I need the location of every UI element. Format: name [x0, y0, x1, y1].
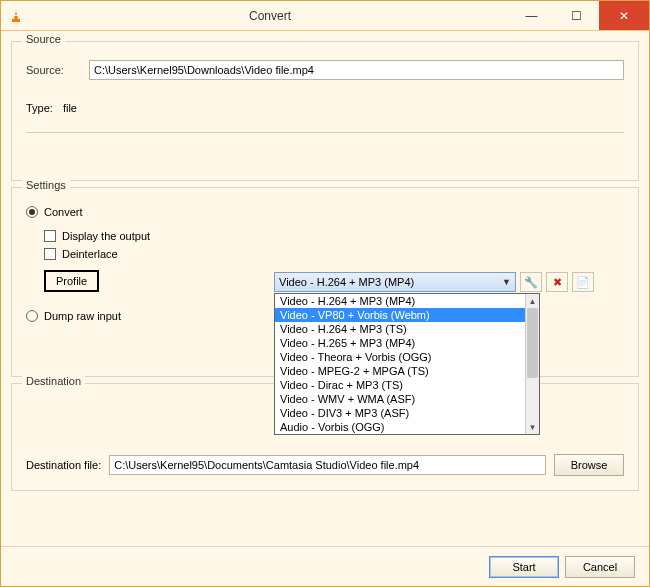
convert-dialog: Convert — ☐ ✕ Source Source: Type: file …: [0, 0, 650, 587]
convert-radio[interactable]: Convert: [26, 206, 624, 218]
profile-button[interactable]: Profile: [44, 270, 99, 292]
delete-icon: ✖: [553, 276, 562, 289]
dump-raw-label: Dump raw input: [44, 310, 121, 322]
type-value: file: [63, 102, 77, 114]
display-output-label: Display the output: [62, 230, 150, 242]
profile-option[interactable]: Video - H.265 + MP3 (MP4): [275, 336, 525, 350]
settings-group: Settings Convert Display the output Dein…: [11, 187, 639, 377]
checkbox-icon: [44, 230, 56, 242]
minimize-button[interactable]: —: [509, 1, 554, 30]
cancel-button[interactable]: Cancel: [565, 556, 635, 578]
destination-label: Destination file:: [26, 459, 101, 471]
source-group: Source Source: Type: file: [11, 41, 639, 181]
profile-combobox[interactable]: Video - H.264 + MP3 (MP4) ▼ Video - H.26…: [274, 272, 516, 292]
vlc-icon: [1, 8, 31, 24]
profile-option[interactable]: Video - H.264 + MP3 (TS): [275, 322, 525, 336]
profile-option[interactable]: Video - Theora + Vorbis (OGG): [275, 350, 525, 364]
profile-option[interactable]: Video - Dirac + MP3 (TS): [275, 378, 525, 392]
profile-option[interactable]: Audio - Vorbis (OGG): [275, 420, 525, 434]
svg-rect-1: [14, 11, 17, 12]
profile-option[interactable]: Video - H.264 + MP3 (MP4): [275, 294, 525, 308]
profile-selected-value: Video - H.264 + MP3 (MP4): [279, 276, 414, 288]
start-button[interactable]: Start: [489, 556, 559, 578]
profile-option[interactable]: Video - WMV + WMA (ASF): [275, 392, 525, 406]
dialog-footer: Start Cancel: [1, 546, 649, 586]
checkbox-icon: [44, 248, 56, 260]
convert-radio-label: Convert: [44, 206, 83, 218]
new-file-icon: 📄: [576, 276, 590, 289]
profile-dropdown-list: Video - H.264 + MP3 (MP4)Video - VP80 + …: [274, 293, 540, 435]
edit-profile-button[interactable]: 🔧: [520, 272, 542, 292]
scroll-up-icon[interactable]: ▲: [526, 294, 539, 308]
display-output-checkbox[interactable]: Display the output: [44, 230, 624, 242]
svg-rect-2: [14, 14, 19, 15]
delete-profile-button[interactable]: ✖: [546, 272, 568, 292]
destination-input[interactable]: [109, 455, 546, 475]
source-input[interactable]: [89, 60, 624, 80]
browse-button[interactable]: Browse: [554, 454, 624, 476]
source-legend: Source: [22, 33, 65, 45]
deinterlace-label: Deinterlace: [62, 248, 118, 260]
settings-legend: Settings: [22, 179, 70, 191]
profile-option[interactable]: Video - MPEG-2 + MPGA (TS): [275, 364, 525, 378]
dropdown-scrollbar[interactable]: ▲ ▼: [525, 294, 539, 434]
profile-option[interactable]: Video - VP80 + Vorbis (Webm): [275, 308, 525, 322]
new-profile-button[interactable]: 📄: [572, 272, 594, 292]
wrench-icon: 🔧: [524, 276, 538, 289]
scroll-down-icon[interactable]: ▼: [526, 420, 539, 434]
scroll-thumb[interactable]: [527, 308, 538, 378]
type-label: Type:: [26, 102, 53, 114]
source-label: Source:: [26, 64, 81, 76]
window-title: Convert: [31, 9, 509, 23]
radio-unselected-icon: [26, 310, 38, 322]
profile-option[interactable]: Video - DIV3 + MP3 (ASF): [275, 406, 525, 420]
titlebar[interactable]: Convert — ☐ ✕: [1, 1, 649, 31]
svg-rect-0: [12, 19, 20, 22]
maximize-button[interactable]: ☐: [554, 1, 599, 30]
close-button[interactable]: ✕: [599, 1, 649, 30]
radio-selected-icon: [26, 206, 38, 218]
deinterlace-checkbox[interactable]: Deinterlace: [44, 248, 624, 260]
source-divider: [26, 132, 624, 133]
destination-legend: Destination: [22, 375, 85, 387]
chevron-down-icon: ▼: [502, 277, 511, 287]
